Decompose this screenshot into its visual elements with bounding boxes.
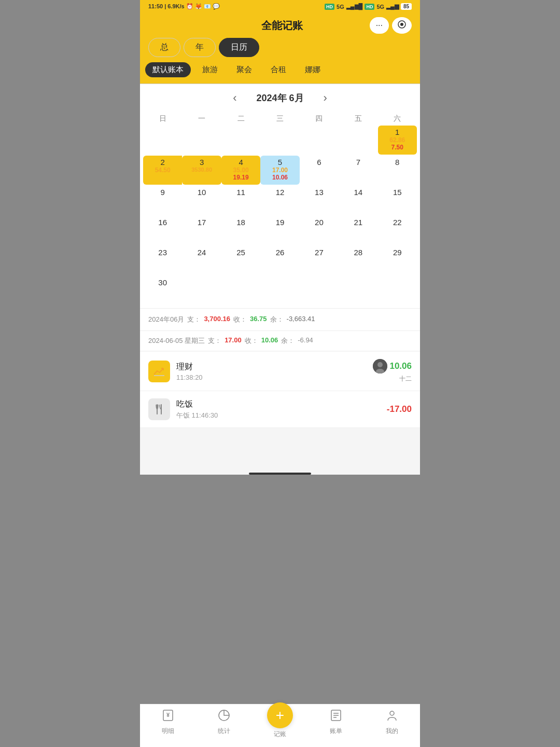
cal-day-21[interactable]: 21 <box>339 216 377 245</box>
cal-day-1[interactable]: 1 62.86 7.50 <box>378 126 417 155</box>
cal-day-22[interactable]: 22 <box>378 216 417 245</box>
month-summary-label: 2024年06月 <box>148 315 184 324</box>
cal-day-4-num: 4 <box>239 158 243 167</box>
cal-day-23[interactable]: 23 <box>143 246 182 275</box>
cal-day-29[interactable]: 29 <box>378 246 417 275</box>
account-tab-party[interactable]: 聚会 <box>229 62 259 77</box>
next-month-button[interactable]: › <box>319 91 331 105</box>
tab-calendar[interactable]: 日历 <box>219 38 259 57</box>
cal-day-3[interactable]: 3 3530.80 <box>182 156 221 185</box>
cal-day-25[interactable]: 25 <box>221 246 260 275</box>
camera-icon <box>397 20 407 29</box>
cal-day-6-num: 6 <box>317 158 321 167</box>
app-title: 全能记账 <box>195 19 370 33</box>
cal-day-3-num: 3 <box>200 158 204 167</box>
cal-day-5-expense: 17.00 <box>272 167 288 174</box>
calendar-header: ‹ 2024年 6月 › <box>140 84 420 112</box>
month-summary-balance-label: 余： <box>270 315 284 324</box>
cal-day-17[interactable]: 17 <box>182 216 221 245</box>
cal-day-14[interactable]: 14 <box>339 186 377 215</box>
status-bar: 11:50 | 6.9K/s ⏰ 🦊 📧 💬 HD 5G ▂▄▆█ HD 5G … <box>140 0 420 12</box>
trans-amount-food: -17.00 <box>387 404 412 414</box>
signal-bars-2: ▂▄▆ <box>386 3 399 10</box>
month-summary-expense-val: 3,700.16 <box>204 315 230 324</box>
food-icon <box>152 403 166 416</box>
more-button[interactable]: ··· <box>370 17 389 34</box>
cal-day-5-num: 5 <box>278 158 282 167</box>
cal-day-20[interactable]: 20 <box>300 216 339 245</box>
status-right: HD 5G ▂▄▆█ HD 5G ▂▄▆ 85 <box>325 3 412 10</box>
cal-empty-8 <box>221 276 260 305</box>
calendar: ‹ 2024年 6月 › 日 一 二 三 四 五 六 1 62.86 <box>140 84 420 308</box>
cal-day-6[interactable]: 6 <box>300 156 339 185</box>
tab-total[interactable]: 总 <box>148 38 180 57</box>
account-tab-rent[interactable]: 合租 <box>263 62 293 77</box>
cal-day-2-expense: 54.50 <box>155 167 171 174</box>
weekday-sun: 日 <box>143 112 182 126</box>
trans-time-food: 午饭 11:46:30 <box>176 411 381 420</box>
weekday-sat: 六 <box>378 112 417 126</box>
cal-day-18[interactable]: 18 <box>221 216 260 245</box>
calendar-grid: 1 62.86 7.50 2 54.50 3 3530.80 4 35.00 1… <box>140 126 420 308</box>
cal-day-11[interactable]: 11 <box>221 186 260 215</box>
tab-year[interactable]: 年 <box>184 38 216 57</box>
home-indicator <box>249 473 311 475</box>
day-summary-balance-label: 余： <box>281 336 295 345</box>
cal-empty-12 <box>378 276 417 305</box>
transaction-item-2[interactable]: 吃饭 午饭 11:46:30 -17.00 <box>140 391 420 428</box>
prev-month-button[interactable]: ‹ <box>229 91 241 105</box>
cal-day-24[interactable]: 24 <box>182 246 221 275</box>
cal-day-7[interactable]: 7 <box>339 156 377 185</box>
trans-name-finance: 理财 <box>176 362 367 372</box>
hd-badge: HD <box>325 4 334 10</box>
cal-day-13[interactable]: 13 <box>300 186 339 215</box>
cal-empty-9 <box>260 276 299 305</box>
transaction-item-1[interactable]: 理财 11:38:20 10.06 十二 <box>140 352 420 391</box>
view-tabs: 总 年 日历 <box>140 38 420 62</box>
cal-day-15[interactable]: 15 <box>378 186 417 215</box>
svg-point-6 <box>377 362 383 367</box>
trans-tag-finance: 十二 <box>399 375 412 383</box>
signal-5g: 5G <box>337 4 344 10</box>
month-summary-income-label: 收： <box>233 315 247 324</box>
cal-empty-2 <box>182 126 221 155</box>
signal-5g-2: 5G <box>376 4 384 10</box>
cal-day-2-num: 2 <box>161 158 165 167</box>
camera-button[interactable] <box>392 17 412 34</box>
trans-name-food: 吃饭 <box>176 399 381 410</box>
cal-day-26[interactable]: 26 <box>260 246 299 275</box>
day-summary-label: 2024-06-05 星期三 <box>148 336 205 345</box>
account-tab-default[interactable]: 默认账本 <box>145 62 191 77</box>
cal-day-27[interactable]: 27 <box>300 246 339 275</box>
cal-day-9[interactable]: 9 <box>143 186 182 215</box>
header-buttons: ··· <box>370 17 412 34</box>
calendar-week-header: 日 一 二 三 四 五 六 <box>140 112 420 126</box>
day-summary-income-val: 10.06 <box>261 336 278 345</box>
cal-day-12[interactable]: 12 <box>260 186 299 215</box>
day-summary-balance-val: -6.94 <box>298 336 313 345</box>
day-summary-expense-val: 17.00 <box>225 336 242 345</box>
cal-day-19[interactable]: 19 <box>260 216 299 245</box>
cal-day-28[interactable]: 28 <box>339 246 377 275</box>
transaction-list: 理财 11:38:20 10.06 十二 <box>140 352 420 428</box>
cal-day-30[interactable]: 30 <box>143 276 182 305</box>
cal-day-8[interactable]: 8 <box>378 156 417 185</box>
trans-avatar <box>373 359 387 374</box>
day-summary: 2024-06-05 星期三 支： 17.00 收： 10.06 余： -6.9… <box>140 330 420 351</box>
hd-badge2: HD <box>365 4 374 10</box>
cal-day-10[interactable]: 10 <box>182 186 221 215</box>
weekday-tue: 二 <box>221 112 260 126</box>
cal-day-4[interactable]: 4 35.00 19.19 <box>221 156 260 185</box>
cal-day-4-income: 19.19 <box>233 174 249 181</box>
cal-day-2[interactable]: 2 54.50 <box>143 156 182 185</box>
weekday-mon: 一 <box>182 112 221 126</box>
account-tab-travel[interactable]: 旅游 <box>195 62 225 77</box>
cal-day-1-num: 1 <box>395 128 399 136</box>
cal-day-4-expense: 35.00 <box>233 167 249 174</box>
cal-day-8-num: 8 <box>395 158 399 167</box>
cal-day-3-expense: 3530.80 <box>191 167 212 173</box>
weekday-thu: 四 <box>300 112 339 126</box>
account-tab-nana[interactable]: 娜娜 <box>298 62 328 77</box>
cal-day-16[interactable]: 16 <box>143 216 182 245</box>
cal-day-5[interactable]: 5 17.00 10.06 <box>260 156 299 185</box>
